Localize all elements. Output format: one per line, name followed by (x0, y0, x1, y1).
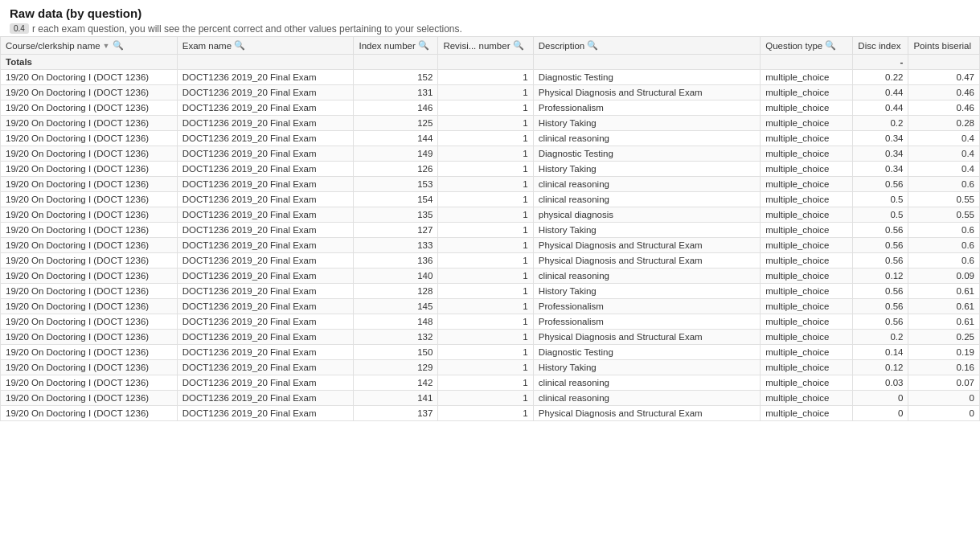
table-row: 19/20 On Doctoring I (DOCT 1236)DOCT1236… (1, 116, 980, 131)
version-badge: 0.4 (10, 23, 29, 34)
table-row: 19/20 On Doctoring I (DOCT 1236)DOCT1236… (1, 314, 980, 330)
table-row: 19/20 On Doctoring I (DOCT 1236)DOCT1236… (1, 253, 980, 268)
search-icon-exam[interactable]: 🔍 (234, 40, 245, 51)
page-title: Raw data (by question) (10, 6, 970, 20)
data-table-wrapper: Course/clerkship name ▼ 🔍 Exam name 🔍 In… (0, 36, 980, 421)
table-row: 19/20 On Doctoring I (DOCT 1236)DOCT1236… (1, 406, 980, 421)
col-header-description[interactable]: Description 🔍 (533, 37, 761, 55)
totals-disc: - (853, 55, 908, 70)
totals-label: Totals (1, 55, 178, 70)
table-row: 19/20 On Doctoring I (DOCT 1236)DOCT1236… (1, 146, 980, 162)
col-header-qtype[interactable]: Question type 🔍 (761, 37, 853, 55)
table-row: 19/20 On Doctoring I (DOCT 1236)DOCT1236… (1, 100, 980, 116)
table-row: 19/20 On Doctoring I (DOCT 1236)DOCT1236… (1, 192, 980, 207)
table-row: 19/20 On Doctoring I (DOCT 1236)DOCT1236… (1, 162, 980, 177)
table-row: 19/20 On Doctoring I (DOCT 1236)DOCT1236… (1, 375, 980, 391)
table-row: 19/20 On Doctoring I (DOCT 1236)DOCT1236… (1, 284, 980, 299)
col-header-revision[interactable]: Revisi... number 🔍 (438, 37, 533, 55)
table-row: 19/20 On Doctoring I (DOCT 1236)DOCT1236… (1, 299, 980, 314)
table-row: 19/20 On Doctoring I (DOCT 1236)DOCT1236… (1, 238, 980, 253)
page-subtitle: r each exam question, you will see the p… (32, 23, 462, 35)
table-row: 19/20 On Doctoring I (DOCT 1236)DOCT1236… (1, 223, 980, 238)
col-header-exam[interactable]: Exam name 🔍 (177, 37, 354, 55)
table-row: 19/20 On Doctoring I (DOCT 1236)DOCT1236… (1, 391, 980, 406)
table-row: 19/20 On Doctoring I (DOCT 1236)DOCT1236… (1, 268, 980, 284)
table-row: 19/20 On Doctoring I (DOCT 1236)DOCT1236… (1, 131, 980, 146)
table-row: 19/20 On Doctoring I (DOCT 1236)DOCT1236… (1, 330, 980, 345)
table-row: 19/20 On Doctoring I (DOCT 1236)DOCT1236… (1, 360, 980, 375)
search-icon-course[interactable]: 🔍 (113, 40, 124, 51)
col-header-index[interactable]: Index number 🔍 (354, 37, 438, 55)
raw-data-table: Course/clerkship name ▼ 🔍 Exam name 🔍 In… (0, 36, 980, 421)
page-header: Raw data (by question) 0.4 r each exam q… (0, 0, 980, 36)
table-row: 19/20 On Doctoring I (DOCT 1236)DOCT1236… (1, 70, 980, 85)
search-icon-description[interactable]: 🔍 (587, 40, 598, 51)
col-header-disc: Disc index (853, 37, 908, 55)
sort-arrow-course[interactable]: ▼ (103, 42, 110, 50)
table-row: 19/20 On Doctoring I (DOCT 1236)DOCT1236… (1, 85, 980, 100)
col-header-points: Points biserial (908, 37, 980, 55)
table-row: 19/20 On Doctoring I (DOCT 1236)DOCT1236… (1, 177, 980, 192)
search-icon-qtype[interactable]: 🔍 (825, 40, 836, 51)
search-icon-revision[interactable]: 🔍 (513, 40, 524, 51)
table-header-row: Course/clerkship name ▼ 🔍 Exam name 🔍 In… (1, 37, 980, 55)
col-header-course[interactable]: Course/clerkship name ▼ 🔍 (1, 37, 178, 55)
totals-row: Totals - (1, 55, 980, 70)
search-icon-index[interactable]: 🔍 (418, 40, 429, 51)
table-row: 19/20 On Doctoring I (DOCT 1236)DOCT1236… (1, 345, 980, 360)
table-row: 19/20 On Doctoring I (DOCT 1236)DOCT1236… (1, 207, 980, 223)
